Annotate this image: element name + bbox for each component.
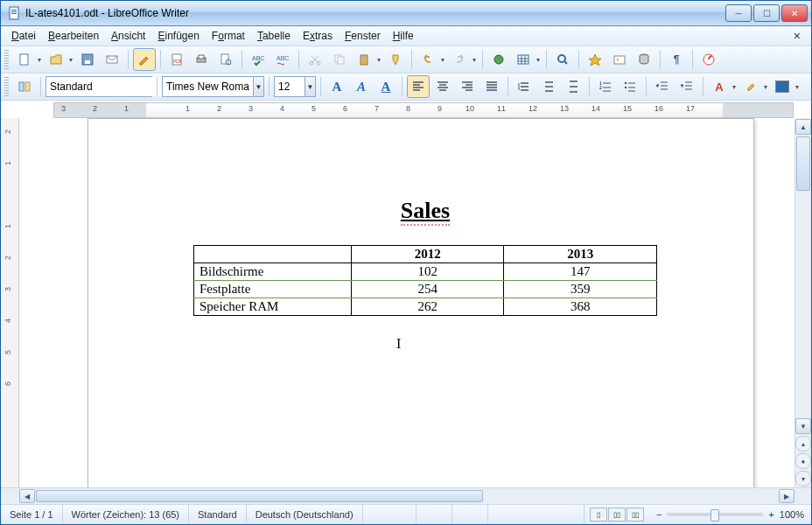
underline-button[interactable]: A xyxy=(374,75,397,98)
bulleted-list-button[interactable] xyxy=(619,75,641,98)
paragraph-style-combo[interactable]: ▼ xyxy=(46,76,152,97)
dropdown-arrow-icon[interactable]: ▼ xyxy=(253,77,263,96)
data-sources-button[interactable] xyxy=(633,48,655,71)
increase-indent-button[interactable] xyxy=(676,75,698,98)
numbered-list-button[interactable]: 12 xyxy=(594,75,617,98)
email-button[interactable] xyxy=(101,48,123,71)
edit-mode-button[interactable] xyxy=(133,48,156,71)
redo-dropdown[interactable]: ▾ xyxy=(471,56,478,64)
sales-table[interactable]: 2012 2013 Bildschirme 102 147 Festplatte… xyxy=(193,245,657,316)
zoom-in-button[interactable]: + xyxy=(768,509,774,520)
zoom-knob[interactable] xyxy=(710,509,719,522)
prev-page-button[interactable]: ▴ xyxy=(795,436,811,452)
horizontal-scrollbar[interactable]: ◀ ▶ xyxy=(18,488,795,504)
doc-close-button[interactable]: × xyxy=(788,29,806,43)
table-cell[interactable]: 368 xyxy=(504,298,657,316)
open-button[interactable] xyxy=(45,48,67,71)
document-viewport[interactable]: Sales 2012 2013 Bildschirme 102 147 xyxy=(19,118,794,487)
italic-button[interactable]: A xyxy=(350,75,373,98)
font-size-combo[interactable]: ▼ xyxy=(274,76,316,97)
scroll-right-button[interactable]: ▶ xyxy=(779,489,794,503)
scroll-down-button[interactable]: ▼ xyxy=(795,418,811,434)
redo-button[interactable] xyxy=(448,48,471,71)
minimize-button[interactable]: ─ xyxy=(725,4,752,22)
print-direct-button[interactable] xyxy=(190,48,213,71)
align-left-button[interactable] xyxy=(407,75,430,98)
hyperlink-button[interactable] xyxy=(487,48,510,71)
zoom-out-button[interactable]: − xyxy=(656,509,662,520)
line-spacing-15-button[interactable] xyxy=(537,75,560,98)
table-cell[interactable]: 254 xyxy=(351,281,504,298)
align-center-button[interactable] xyxy=(431,75,454,98)
cut-button[interactable] xyxy=(304,48,326,71)
new-doc-button[interactable] xyxy=(13,48,36,71)
menu-hilfe[interactable]: Hilfe xyxy=(388,28,419,44)
dropdown-arrow-icon[interactable]: ▼ xyxy=(304,77,315,96)
table-header[interactable] xyxy=(194,246,352,263)
bg-color-dropdown[interactable]: ▾ xyxy=(794,83,801,91)
toolbar-grip-2[interactable] xyxy=(4,77,9,96)
bg-color-button[interactable] xyxy=(771,75,794,98)
multi-page-view-button[interactable]: ▯▯ xyxy=(608,508,626,522)
status-selection-mode[interactable] xyxy=(416,505,452,524)
undo-button[interactable] xyxy=(416,48,439,71)
zoom-level[interactable]: 100% xyxy=(780,509,804,520)
decrease-indent-button[interactable] xyxy=(651,75,674,98)
bold-button[interactable]: A xyxy=(326,75,348,98)
menu-ansicht[interactable]: Ansicht xyxy=(106,28,150,44)
status-language[interactable]: Deutsch (Deutschland) xyxy=(247,505,363,524)
highlight-button[interactable] xyxy=(739,75,762,98)
status-page[interactable]: Seite 1 / 1 xyxy=(1,505,63,524)
menu-extras[interactable]: Extras xyxy=(298,28,338,44)
zoom-slider[interactable] xyxy=(667,513,763,516)
table-cell[interactable]: Festplatte xyxy=(194,281,352,298)
table-cell[interactable]: Bildschirme xyxy=(194,263,352,281)
maximize-button[interactable]: ☐ xyxy=(753,4,780,22)
font-size-input[interactable] xyxy=(275,77,304,96)
insert-table-button[interactable] xyxy=(512,48,535,71)
page[interactable]: Sales 2012 2013 Bildschirme 102 147 xyxy=(88,118,754,487)
find-replace-button[interactable] xyxy=(551,48,574,71)
new-doc-dropdown[interactable]: ▾ xyxy=(36,56,43,64)
menu-format[interactable]: Format xyxy=(206,28,250,44)
insert-table-dropdown[interactable]: ▾ xyxy=(535,56,542,64)
paste-button[interactable] xyxy=(353,48,375,71)
status-page-style[interactable]: Standard xyxy=(189,505,247,524)
clone-format-button[interactable] xyxy=(384,48,407,71)
table-header[interactable]: 2013 xyxy=(504,246,657,263)
font-color-button[interactable]: A xyxy=(708,75,731,98)
table-header[interactable]: 2012 xyxy=(351,246,504,263)
line-spacing-1-button[interactable] xyxy=(513,75,536,98)
help-button[interactable] xyxy=(697,48,720,71)
navigation-button[interactable]: ● xyxy=(795,453,811,469)
table-cell[interactable]: 102 xyxy=(351,263,504,281)
highlight-dropdown[interactable]: ▾ xyxy=(762,83,769,91)
align-right-button[interactable] xyxy=(456,75,479,98)
paste-dropdown[interactable]: ▾ xyxy=(375,56,382,64)
scroll-up-button[interactable]: ▲ xyxy=(795,119,811,135)
book-view-button[interactable]: ▯▯ xyxy=(626,508,644,522)
save-button[interactable] xyxy=(76,48,99,71)
scroll-thumb[interactable] xyxy=(796,136,810,191)
table-cell[interactable]: Speicher RAM xyxy=(194,298,352,316)
menu-einfuegen[interactable]: Einfügen xyxy=(152,28,204,44)
title-bar[interactable]: IL-ates4101.odt - LibreOffice Writer ─ ☐… xyxy=(1,1,811,26)
horizontal-ruler[interactable]: 3 2 1 1 2 3 4 5 6 7 8 9 10 11 12 13 14 1… xyxy=(53,102,794,118)
gallery-button[interactable] xyxy=(608,48,631,71)
menu-bearbeiten[interactable]: Bearbeiten xyxy=(43,28,104,44)
status-insert-mode[interactable] xyxy=(363,505,416,524)
font-name-input[interactable] xyxy=(163,77,253,96)
font-color-dropdown[interactable]: ▾ xyxy=(731,83,738,91)
menu-tabelle[interactable]: Tabelle xyxy=(252,28,296,44)
table-cell[interactable]: 262 xyxy=(351,298,504,316)
navigator-button[interactable] xyxy=(584,48,606,71)
copy-button[interactable] xyxy=(328,48,351,71)
table-cell[interactable]: 147 xyxy=(504,263,657,281)
print-preview-button[interactable] xyxy=(214,48,237,71)
vertical-scrollbar[interactable]: ▲ ▼ ▴ ● ▾ xyxy=(794,118,811,487)
next-page-button[interactable]: ▾ xyxy=(795,471,811,486)
font-name-combo[interactable]: ▼ xyxy=(162,76,264,97)
export-pdf-button[interactable]: PDF xyxy=(165,48,188,71)
status-word-count[interactable]: Wörter (Zeichen): 13 (65) xyxy=(63,505,189,524)
spellcheck-button[interactable]: ABC xyxy=(247,48,270,71)
